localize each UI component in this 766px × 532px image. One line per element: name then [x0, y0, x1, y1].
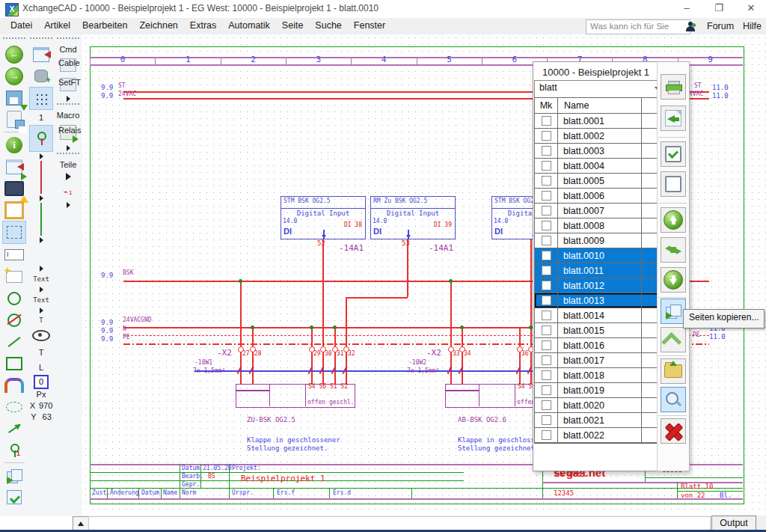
sheet-checkbox[interactable]: [542, 311, 551, 320]
text-box-button[interactable]: I: [3, 244, 25, 266]
pin-tool-button[interactable]: 1: [3, 439, 25, 461]
output-button[interactable]: Output: [711, 516, 756, 531]
sheet-checkbox[interactable]: [542, 266, 551, 275]
sheet-checkbox[interactable]: [542, 325, 551, 335]
visibility-button[interactable]: [30, 325, 52, 345]
expand-symbol-red[interactable]: [30, 152, 52, 161]
draw-circle-button[interactable]: [3, 287, 25, 309]
red-wire-sample[interactable]: [40, 161, 42, 194]
database-add-button[interactable]: [30, 65, 52, 87]
check-all-button[interactable]: [661, 141, 686, 167]
frame-tool-button[interactable]: [3, 199, 25, 221]
delete-sheet-button[interactable]: [661, 418, 686, 444]
sheet-row[interactable]: blatt.0022: [535, 428, 658, 443]
sheet-row[interactable]: blatt.0001: [535, 114, 658, 129]
sheet-row[interactable]: blatt.0002: [535, 129, 658, 144]
text-style-2[interactable]: Text: [30, 294, 52, 306]
sheet-checkbox[interactable]: [542, 221, 551, 230]
sheet-checkbox[interactable]: [542, 385, 551, 395]
draw-arrow-button[interactable]: [3, 418, 25, 439]
sheet-row[interactable]: blatt.0017: [535, 353, 658, 368]
sheet-checkbox[interactable]: [542, 415, 551, 425]
scrollbar-track[interactable]: [88, 516, 711, 531]
expand-macro-group[interactable]: [57, 144, 79, 153]
sheet-checkbox[interactable]: [542, 370, 551, 380]
sheet-checkbox[interactable]: [542, 340, 551, 350]
confirm-page-button[interactable]: [3, 486, 25, 508]
sheet-checkbox[interactable]: [542, 251, 551, 260]
select-area-button[interactable]: [2, 221, 26, 244]
sheet-list[interactable]: Mk Name blatt.0001blatt.0002blatt.0003bl…: [534, 97, 659, 444]
maximize-button[interactable]: ❐: [704, 0, 734, 18]
sheet-row[interactable]: blatt.0003: [535, 144, 658, 159]
sheet-row[interactable]: blatt.0014: [535, 308, 658, 323]
save-button[interactable]: [3, 87, 25, 108]
minimize-button[interactable]: –: [672, 0, 702, 18]
sheet-checkbox[interactable]: [542, 161, 551, 171]
nav-back-button[interactable]: ←: [3, 43, 25, 65]
nav-forward-button[interactable]: →: [3, 65, 25, 87]
sheet-checkbox[interactable]: [542, 206, 551, 215]
close-button[interactable]: ✕: [736, 0, 766, 18]
scroll-up-button[interactable]: [73, 516, 89, 531]
io-block-1[interactable]: STM BSK OG2.5 Digital Input 14.0 DI 38 D…: [281, 196, 366, 239]
expand-symbol-4[interactable]: [30, 264, 52, 273]
menu-item-forum[interactable]: Forum: [707, 21, 734, 31]
sheet-checkbox[interactable]: [542, 146, 551, 156]
sheet-row[interactable]: blatt.0010: [535, 248, 658, 263]
sheet-checkbox[interactable]: [542, 131, 551, 141]
assistant-search-input[interactable]: Was kann ich für Sie tun?: [586, 19, 690, 34]
menu-item-artikel[interactable]: Artikel: [38, 18, 76, 34]
sheet-row[interactable]: blatt.0012: [535, 278, 658, 293]
menu-item-suche[interactable]: Suche: [309, 18, 347, 34]
swap-pages-button[interactable]: [661, 237, 686, 263]
expand-teile-group[interactable]: [57, 201, 79, 210]
menu-item-hilfe[interactable]: Hilfe: [743, 21, 762, 31]
sheet-checkbox[interactable]: [542, 296, 551, 305]
uncheck-all-button[interactable]: [661, 171, 686, 197]
sheet-row[interactable]: blatt.0005: [535, 174, 658, 189]
menu-item-seite[interactable]: Seite: [276, 18, 310, 34]
sheet-row[interactable]: blatt.0011: [535, 263, 658, 278]
menu-item-automatik[interactable]: Automatik: [222, 18, 276, 34]
menu-item-bearbeiten[interactable]: Bearbeiten: [76, 18, 133, 34]
expand-symbol-5[interactable]: [30, 285, 52, 294]
sheet-row[interactable]: blatt.0007: [535, 204, 658, 218]
copy-pages-button-panel[interactable]: [661, 299, 686, 324]
check-drawing-button[interactable]: [3, 177, 25, 199]
no-connection-button[interactable]: [3, 309, 25, 331]
open-project-button[interactable]: [661, 358, 686, 384]
draw-line-button[interactable]: [3, 331, 25, 352]
sheet-checkbox[interactable]: [542, 400, 551, 410]
menu-item-fenster[interactable]: Fenster: [348, 18, 391, 34]
place-window-button[interactable]: [3, 156, 25, 177]
move-up-button[interactable]: [661, 207, 686, 233]
sheet-row[interactable]: blatt.0009: [535, 233, 658, 248]
setft-tool-button[interactable]: SetFT: [57, 75, 79, 94]
grid-toggle-button[interactable]: [29, 87, 53, 110]
green-wire-sample[interactable]: [40, 203, 42, 236]
sheet-checkbox[interactable]: [542, 191, 551, 201]
sheet-checkbox[interactable]: [542, 236, 551, 245]
sheet-row[interactable]: blatt.0018: [535, 368, 658, 383]
copy-pages-button[interactable]: [3, 465, 25, 486]
user-icon[interactable]: [686, 22, 696, 31]
cable-tool-button[interactable]: Cable: [57, 55, 79, 75]
auto-generate-button[interactable]: [3, 266, 25, 287]
sheet-checkbox[interactable]: [542, 281, 551, 290]
expand-symbol-3[interactable]: [30, 236, 52, 245]
sheet-checkbox[interactable]: [542, 355, 551, 365]
collapse-button[interactable]: [661, 327, 686, 352]
relais-macro-button[interactable]: Relais: [57, 121, 79, 144]
sheet-row[interactable]: blatt.0015: [535, 323, 658, 338]
info-button[interactable]: i: [3, 134, 25, 156]
lasso-select-button[interactable]: [3, 396, 25, 418]
text-style-t[interactable]: T: [30, 315, 52, 325]
sheet-row[interactable]: blatt.0016: [535, 338, 658, 353]
sheet-checkbox[interactable]: [542, 116, 551, 126]
expand-cmd-group[interactable]: [57, 94, 79, 103]
zoom-sheet-button[interactable]: [661, 387, 686, 412]
sheet-row[interactable]: blatt.0020: [535, 398, 658, 413]
cable-bundle-button[interactable]: [3, 374, 25, 396]
move-down-button[interactable]: [661, 267, 686, 293]
